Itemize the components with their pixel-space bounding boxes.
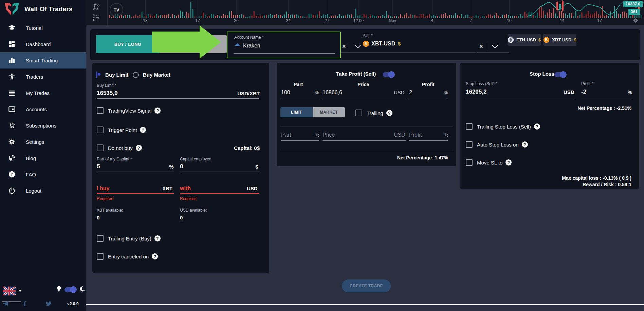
x-axis-label: 27: [317, 18, 337, 23]
pair-clear-icon[interactable]: ×: [479, 43, 483, 50]
language-dropdown-caret[interactable]: [18, 290, 22, 292]
help-icon[interactable]: [522, 141, 528, 148]
checkbox[interactable]: [97, 127, 104, 133]
help-icon[interactable]: [154, 235, 161, 241]
take-profit-title: Take Profit (Sell): [336, 71, 376, 77]
help-icon[interactable]: [534, 123, 540, 130]
pair-chevron-down-icon[interactable]: [492, 43, 498, 48]
tradingview-signal-checkbox-row[interactable]: TradingView Signal: [97, 107, 161, 114]
tp-part-value[interactable]: 100: [281, 90, 290, 96]
chart-settings-gear-icon[interactable]: [633, 18, 639, 25]
sidebar-item-traders[interactable]: Traders: [0, 69, 86, 85]
max-capital-loss: Max capital loss : -0.13% ( 0 $ ): [562, 175, 631, 181]
capital-employed-value[interactable]: 0: [180, 163, 183, 170]
buy-limit-radio-label[interactable]: Buy Limit: [105, 72, 128, 78]
buy-limit-radio[interactable]: [96, 71, 97, 78]
checkbox[interactable]: [466, 159, 473, 166]
help-icon[interactable]: [152, 253, 158, 259]
buy-market-radio[interactable]: [133, 72, 139, 78]
checkbox[interactable]: [97, 144, 104, 151]
tp-profit-value[interactable]: 2: [409, 90, 412, 96]
stop-loss-value[interactable]: 16205,2: [466, 89, 486, 95]
tp-trailing-checkbox-row[interactable]: Trailing: [355, 110, 392, 116]
auto-stop-loss-checkbox-row[interactable]: Auto Stop Loss on: [466, 141, 528, 148]
app-title: Wall Of Traders: [24, 5, 73, 13]
do-not-buy-checkbox-row[interactable]: Do not buy: [97, 144, 142, 151]
move-sl-checkbox-row[interactable]: Move SL to: [466, 159, 512, 166]
account-name-label: Account Name *: [234, 35, 264, 40]
pair-label: Pair *: [363, 33, 372, 38]
sidebar-item-tutorial[interactable]: Tutorial: [0, 20, 86, 36]
pair-value[interactable]: XBT-USD: [371, 41, 395, 47]
sidebar-item-label: Logout: [26, 188, 41, 194]
i-buy-label[interactable]: I buy: [97, 186, 109, 192]
checkbox[interactable]: [355, 110, 362, 116]
take-profit-panel: Take Profit (Sell) Part Price Profit 100…: [277, 63, 456, 166]
tp2-part-placeholder[interactable]: Part: [281, 132, 291, 138]
sl-profit-value[interactable]: -2: [581, 89, 586, 95]
help-icon[interactable]: [136, 145, 142, 151]
create-trade-button[interactable]: CREATE TRADE: [342, 279, 391, 292]
usd-available-value[interactable]: 0: [180, 215, 183, 220]
part-of-capital-value[interactable]: 5: [97, 163, 100, 170]
account-chevron-down-icon[interactable]: [355, 43, 361, 48]
sidebar-item-blog[interactable]: Blog: [0, 150, 86, 166]
trailing-entry-checkbox-row[interactable]: Trailing Entry (Buy): [97, 235, 161, 242]
pair-currency-symbol: $: [398, 41, 401, 46]
divider: [280, 126, 453, 127]
separator: [350, 42, 350, 50]
buy-market-radio-label[interactable]: Buy Market: [143, 72, 170, 78]
favorite-pair-eth-usd[interactable]: ETH-USD $: [508, 34, 541, 46]
language-flag-uk[interactable]: [3, 287, 16, 297]
sidebar-item-smart-trading[interactable]: Smart Trading: [0, 52, 86, 69]
theme-toggle[interactable]: [65, 287, 76, 292]
sidebar-item-label: Tutorial: [26, 25, 42, 31]
stop-loss-toggle[interactable]: [554, 72, 566, 77]
entry-canceled-checkbox-row[interactable]: Entry canceled on: [97, 253, 158, 260]
twitter-icon[interactable]: [45, 300, 53, 309]
buy-limit-value[interactable]: 16535,9: [97, 90, 117, 97]
account-name-field[interactable]: Account Name * Kraken: [227, 32, 341, 58]
sidebar-item-logout[interactable]: Logout: [0, 182, 86, 199]
checkbox-label: Trigger Point: [108, 127, 137, 133]
checkbox[interactable]: [97, 253, 104, 260]
account-name-value[interactable]: Kraken: [243, 43, 260, 49]
checkbox[interactable]: [97, 107, 104, 114]
telegram-icon[interactable]: [2, 300, 10, 309]
stop-loss-unit: USD: [564, 89, 574, 95]
trailing-stop-loss-checkbox-row[interactable]: Trailing Stop Loss (Sell): [466, 123, 540, 130]
tp2-profit-placeholder[interactable]: Profit: [409, 132, 422, 138]
buy-long-button[interactable]: BUY / LONG: [96, 35, 160, 53]
usd-available-label: USD available:: [180, 208, 207, 213]
facebook-icon[interactable]: f: [24, 299, 26, 308]
x-axis-label: 7: [461, 18, 481, 23]
logo-row[interactable]: Wall Of Traders: [4, 2, 73, 16]
checkbox[interactable]: [466, 141, 473, 148]
tp2-price-placeholder[interactable]: Price: [323, 132, 335, 138]
take-profit-toggle[interactable]: [383, 72, 394, 77]
sidebar-item-label: Settings: [26, 139, 44, 145]
sidebar-item-accounts[interactable]: Accounts: [0, 101, 86, 117]
checkbox[interactable]: [466, 123, 473, 130]
price-chart[interactable]: TV 13 17 20 24 27 12:00 Nov 4 7 10 14 17…: [86, 0, 644, 25]
sidebar-item-subscriptions[interactable]: Subscriptions: [0, 117, 86, 134]
help-icon[interactable]: [386, 110, 392, 116]
help-icon[interactable]: [505, 159, 512, 166]
sidebar-item-my-trades[interactable]: My Trades: [0, 85, 86, 101]
tp2-price-underline: [323, 140, 406, 141]
sidebar-item-settings[interactable]: Settings: [0, 134, 86, 150]
account-underline: [234, 53, 335, 54]
account-clear-icon[interactable]: ×: [342, 43, 346, 50]
favorite-pair-xbt-usd[interactable]: B XBT-USD $: [543, 34, 576, 46]
trigger-point-checkbox-row[interactable]: Trigger Point: [97, 127, 146, 133]
with-label[interactable]: with: [180, 186, 191, 192]
checkbox[interactable]: [97, 235, 104, 242]
market-button[interactable]: MARKET: [313, 107, 345, 117]
sidebar-item-dashboard[interactable]: Dashboard: [0, 36, 86, 52]
help-icon[interactable]: [140, 127, 146, 133]
help-icon[interactable]: [154, 108, 161, 114]
checkbox-label: Auto Stop Loss on: [477, 142, 519, 148]
sidebar-item-faq[interactable]: ? FAQ: [0, 166, 86, 182]
limit-button[interactable]: LIMIT: [280, 107, 313, 117]
tp-price-value[interactable]: 16866,6: [323, 90, 342, 96]
